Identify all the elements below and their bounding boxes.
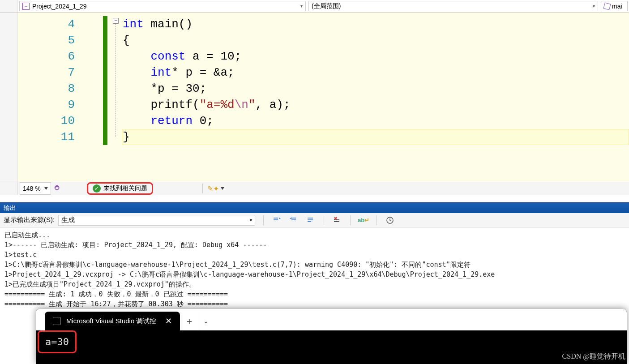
terminal-tab-title: Microsoft Visual Studio 调试控	[66, 317, 156, 325]
output-source-label: 显示输出来源(S):	[4, 216, 55, 224]
separator	[324, 215, 324, 225]
context-dropdown-bar: ↔ Project_2024_1_29 ▾ (全局范围) ▾ mai	[0, 0, 629, 13]
close-icon[interactable]: ✕	[165, 316, 172, 326]
clear-icon[interactable]	[332, 215, 342, 225]
tab-menu-button[interactable]: ⌄	[199, 312, 212, 330]
svg-rect-4	[291, 219, 296, 220]
wrap-icon[interactable]	[306, 215, 316, 225]
svg-rect-1	[274, 218, 278, 218]
output-source-value: 生成	[61, 216, 75, 224]
clock-icon[interactable]	[385, 215, 395, 225]
chevron-down-icon	[44, 187, 48, 190]
output-source-dropdown[interactable]: 生成 ▾	[58, 215, 255, 226]
terminal-window: Microsoft Visual Studio 调试控 ✕ ＋ ⌄ a=30	[36, 309, 627, 364]
intellisense-icon[interactable]	[54, 184, 62, 193]
chevron-down-icon: ▾	[300, 4, 303, 9]
issues-status-highlight: ✓ 未找到相关问题	[87, 182, 153, 195]
issues-text: 未找到相关问题	[103, 184, 147, 193]
svg-rect-5	[308, 218, 313, 218]
svg-rect-7	[308, 221, 311, 222]
output-panel-title: 输出	[4, 204, 16, 212]
collapse-icon[interactable]: −	[113, 18, 119, 24]
function-dropdown[interactable]: mai	[601, 1, 628, 11]
zoom-value: 148 %	[23, 185, 41, 192]
change-indicator	[103, 16, 107, 145]
code-area[interactable]: 4567891011 − int main(){ const a = 10; i…	[18, 13, 629, 182]
output-text[interactable]: 已启动生成... 1>------ 已启动生成: 项目: Project_202…	[0, 227, 629, 312]
separator	[350, 215, 351, 225]
code-text[interactable]: int main(){ const a = 10; int* p = &a; *…	[123, 16, 291, 145]
check-icon: ✓	[93, 184, 101, 193]
function-label: mai	[612, 3, 622, 10]
project-label: Project_2024_1_29	[32, 3, 86, 10]
separator	[202, 184, 203, 193]
svg-rect-9	[334, 221, 339, 222]
nav-left-spacer	[0, 0, 18, 12]
fold-column: −	[113, 16, 119, 137]
scope-dropdown[interactable]: (全局范围) ▾	[308, 1, 598, 11]
find-icon[interactable]: ab↵	[359, 215, 368, 225]
terminal-output-highlight: a=30	[38, 330, 77, 353]
fold-guide	[116, 24, 116, 137]
code-editor[interactable]: 4567891011 − int main(){ const a = 10; i…	[0, 13, 629, 182]
svg-rect-3	[291, 218, 296, 218]
new-tab-button[interactable]: ＋	[180, 312, 199, 330]
scope-label: (全局范围)	[312, 2, 341, 10]
editor-margin	[0, 13, 18, 182]
output-toolbar: 显示输出来源(S): 生成 ▾ ab↵	[0, 213, 629, 227]
goto-next-icon[interactable]	[289, 215, 299, 225]
chevron-down-icon: ▾	[250, 218, 252, 223]
project-icon: ↔	[22, 3, 30, 10]
svg-rect-6	[308, 219, 313, 220]
line-number-gutter: 4567891011	[18, 13, 83, 182]
terminal-tab-bar: Microsoft Visual Studio 调试控 ✕ ＋ ⌄	[36, 309, 627, 330]
terminal-tab[interactable]: Microsoft Visual Studio 调试控 ✕	[45, 312, 180, 330]
editor-status-bar: 148 % ✓ 未找到相关问题 ✎✦	[0, 182, 629, 195]
status-spacer	[0, 182, 18, 195]
terminal-body[interactable]: a=30	[36, 330, 627, 339]
zoom-dropdown[interactable]: 148 %	[20, 182, 51, 195]
format-wand-icon[interactable]: ✎✦	[207, 184, 219, 193]
svg-rect-2	[274, 219, 278, 220]
chevron-down-icon: ▾	[593, 4, 595, 9]
cube-icon	[603, 2, 611, 10]
terminal-icon	[53, 317, 61, 325]
watermark: CSDN @睡觉待开机	[562, 352, 625, 361]
separator	[377, 215, 377, 225]
project-dropdown[interactable]: ↔ Project_2024_1_29 ▾	[19, 1, 306, 11]
output-panel-header[interactable]: 输出	[0, 202, 629, 213]
goto-prev-icon[interactable]	[272, 215, 282, 225]
separator	[263, 215, 264, 225]
chevron-down-icon[interactable]	[221, 187, 224, 190]
